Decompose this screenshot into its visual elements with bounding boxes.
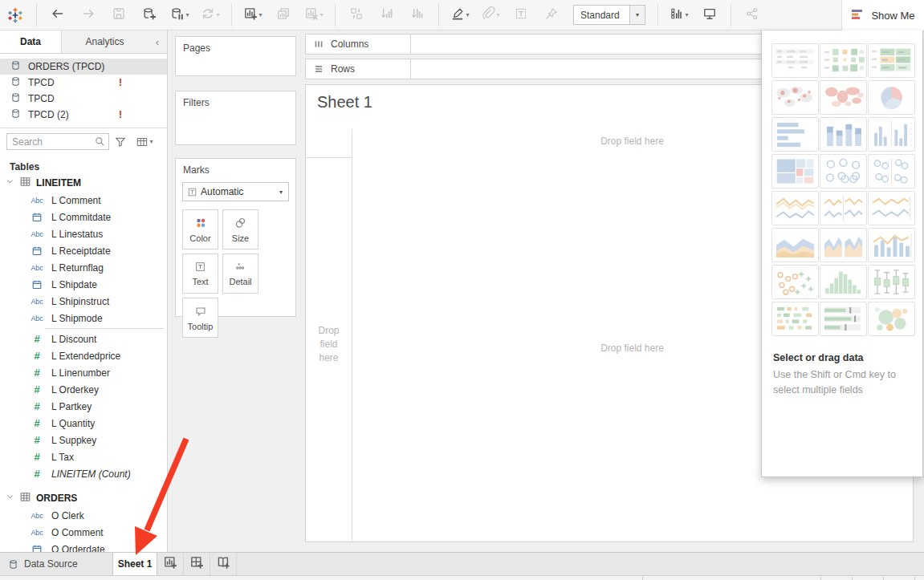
field-item[interactable]: #L Partkey (0, 398, 167, 415)
showme-side-by-side-circles[interactable] (868, 154, 915, 189)
size-button[interactable]: Size (222, 209, 258, 249)
field-item[interactable]: #LINEITEM (Count) (0, 465, 167, 482)
duplicate-button[interactable] (271, 3, 296, 27)
clear-sheet-icon (304, 6, 319, 24)
new-story-button[interactable] (210, 553, 237, 575)
field-item[interactable]: #L Orderkey (0, 381, 167, 398)
showme-discrete-area[interactable] (820, 228, 867, 262)
data-source-item[interactable]: TPCD (2)! (0, 107, 167, 123)
field-item[interactable]: O Orderdate (0, 541, 167, 552)
field-item[interactable]: #L Tax (0, 448, 167, 465)
new-data-source-button[interactable] (136, 3, 162, 27)
drop-zone-rows[interactable]: Drop field here (306, 324, 352, 365)
undo-button[interactable] (45, 3, 71, 27)
field-item[interactable]: #L Discount (0, 331, 167, 347)
show-me-button[interactable]: Show Me (841, 0, 924, 30)
filters-shelf[interactable]: Filters (175, 91, 296, 145)
showme-heat-map[interactable] (820, 43, 867, 78)
chevron-down-icon[interactable] (6, 177, 14, 189)
showme-circle-views[interactable] (820, 154, 867, 189)
sort-descending-button[interactable] (405, 3, 430, 27)
save-button[interactable] (106, 3, 132, 27)
mark-type-dropdown[interactable]: Automatic ▾ (182, 182, 289, 201)
field-item[interactable]: AbcO Comment (0, 524, 167, 541)
chevron-down-icon[interactable] (6, 493, 14, 504)
fit-selector[interactable]: Standard▾ (573, 5, 645, 25)
data-source-item[interactable]: TPCD (0, 91, 167, 107)
field-item[interactable]: AbcL Shipinstruct (0, 293, 167, 310)
field-item[interactable]: L Receiptdate (0, 242, 167, 259)
swap-rows-columns-button[interactable] (344, 3, 369, 27)
share-workbook-icon (745, 6, 759, 24)
showme-box-and-whisker[interactable] (868, 265, 915, 299)
show-hide-cards-button[interactable]: ▾ (666, 3, 692, 27)
showme-continuous-lines[interactable] (771, 191, 819, 225)
detail-button[interactable]: Detail (222, 253, 258, 294)
tab-analytics[interactable]: Analytics (61, 30, 148, 53)
showme-pie-chart[interactable] (868, 80, 915, 115)
field-item[interactable]: #L Quantity (0, 415, 167, 432)
sheet-tab[interactable]: Sheet 1 (112, 553, 157, 575)
filter-fields-icon[interactable] (112, 133, 129, 150)
showme-dual-combination[interactable] (868, 228, 915, 262)
field-item[interactable]: #L Linenumber (0, 364, 167, 381)
fix-axes-button[interactable] (539, 3, 564, 27)
run-auto-updates-button[interactable]: ▾ (197, 3, 223, 27)
pause-auto-updates-button[interactable]: ▾ (167, 3, 193, 27)
showme-gantt[interactable] (771, 302, 819, 336)
search-box[interactable] (6, 133, 109, 150)
group-members-button[interactable]: ▾ (478, 3, 503, 27)
search-input[interactable] (7, 136, 91, 148)
collapse-pane-button[interactable]: ‹ (148, 30, 167, 53)
show-mark-labels-button[interactable] (508, 3, 534, 27)
showme-highlight-table[interactable] (868, 43, 915, 78)
table-group-orders[interactable]: ORDERS (0, 489, 167, 507)
redo-button[interactable] (75, 3, 101, 27)
highlight-button[interactable]: ▾ (447, 3, 473, 27)
showme-continuous-area[interactable] (771, 228, 819, 262)
sort-ascending-button[interactable] (374, 3, 400, 27)
new-worksheet-button[interactable] (157, 553, 184, 575)
showme-side-by-side-bars[interactable] (868, 117, 915, 152)
field-item[interactable]: L Commitdate (0, 209, 167, 225)
showme-treemap[interactable] (771, 154, 819, 189)
table-group-lineitem[interactable]: LINEITEM (0, 174, 167, 192)
showme-discrete-lines[interactable] (820, 191, 867, 225)
field-item[interactable]: #L Extendedprice (0, 347, 167, 364)
showme-text-table[interactable] (771, 43, 819, 78)
clear-sheet-button[interactable]: ▾ (301, 3, 327, 27)
showme-filled-map[interactable] (820, 80, 867, 115)
showme-packed-bubbles[interactable] (868, 302, 915, 336)
showme-scatter-plot[interactable] (771, 265, 819, 299)
showme-bullet-graph[interactable] (820, 302, 867, 336)
view-options-button[interactable]: ▾ (132, 133, 157, 150)
presentation-mode-button[interactable] (697, 3, 723, 27)
share-workbook-button[interactable] (739, 3, 765, 27)
field-item[interactable]: #L Suppkey (0, 432, 167, 448)
text-button[interactable]: Text (182, 253, 218, 294)
data-source-item[interactable]: ORDERS (TPCD) (0, 59, 167, 75)
data-source-tab[interactable]: Data Source (0, 553, 112, 575)
field-item[interactable]: L Shipdate (0, 276, 167, 293)
toolbar-separator (36, 4, 37, 26)
marks-label: Marks (176, 159, 295, 176)
status-separator (642, 577, 643, 580)
status-bar (0, 575, 924, 580)
new-dashboard-button[interactable] (184, 553, 210, 575)
tooltip-button[interactable]: Tooltip (182, 298, 218, 338)
field-item[interactable]: AbcL Comment (0, 192, 167, 209)
showme-horizontal-bars[interactable] (771, 117, 819, 152)
field-item[interactable]: AbcO Clerk (0, 507, 167, 524)
field-item[interactable]: AbcL Returnflag (0, 259, 167, 276)
showme-symbol-map[interactable] (771, 80, 819, 115)
showme-histogram[interactable] (820, 265, 867, 299)
field-item[interactable]: AbcL Linestatus (0, 225, 167, 242)
color-button[interactable]: Color (182, 209, 218, 249)
field-item[interactable]: AbcL Shipmode (0, 310, 167, 327)
pages-shelf[interactable]: Pages (175, 36, 296, 76)
tab-data[interactable]: Data (0, 30, 61, 53)
data-source-item[interactable]: TPCD! (0, 75, 167, 91)
showme-stacked-bars[interactable] (820, 117, 867, 152)
new-worksheet-button[interactable]: ▾ (240, 3, 266, 27)
showme-dual-lines[interactable] (868, 191, 915, 225)
